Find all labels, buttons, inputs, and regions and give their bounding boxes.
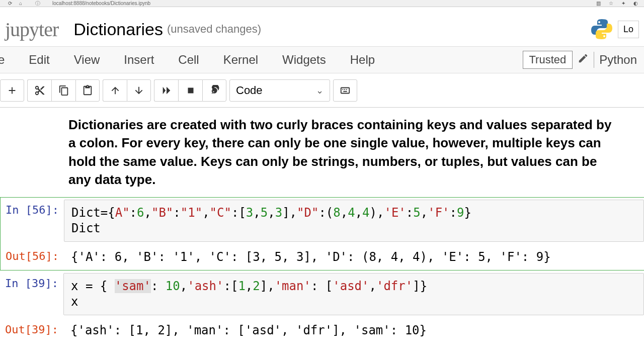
move-up-button[interactable] [103, 79, 127, 102]
refresh-icon[interactable]: ⟳ [8, 1, 12, 6]
code-input[interactable]: Dict={A":6,"B":"1","C":[3,5,3],"D":(8,4,… [64, 200, 644, 242]
menu-file-cut[interactable]: e [0, 53, 5, 67]
svg-rect-2 [343, 89, 344, 90]
in-prompt: In [39]: [0, 273, 63, 290]
favorites-icon[interactable]: ✦ [621, 1, 625, 6]
url-text[interactable]: localhost:8888/notebooks/Dictionaries.ip… [48, 1, 588, 6]
menubar: e Edit View Insert Cell Kernel Widgets H… [0, 46, 644, 73]
python-logo-icon [590, 17, 614, 41]
paste-button[interactable] [75, 79, 100, 102]
svg-rect-3 [344, 89, 345, 90]
menu-edit[interactable]: Edit [29, 53, 49, 67]
add-cell-button[interactable] [0, 79, 24, 102]
out-prompt: Out[39]: [0, 319, 63, 336]
menu-widgets[interactable]: Widgets [282, 53, 326, 67]
menu-kernel[interactable]: Kernel [223, 53, 258, 67]
in-prompt: In [56]: [1, 200, 64, 216]
reading-list-icon[interactable]: ▥ [596, 1, 601, 6]
code-output: {'A': 6, 'B': '1', 'C': [3, 5, 3], 'D': … [64, 246, 644, 268]
move-down-button[interactable] [127, 79, 151, 102]
kernel-name[interactable]: Python [599, 53, 637, 67]
chevron-down-icon: ⌄ [316, 85, 324, 96]
notebook-title[interactable]: Dictionaries [73, 20, 163, 39]
command-palette-button[interactable] [333, 79, 357, 102]
bookmark-star-icon[interactable]: ☆ [609, 1, 613, 6]
code-input[interactable]: x = { 'sam': 10,'ash':[1,2],'man': ['asd… [63, 273, 644, 315]
restart-button[interactable] [202, 79, 226, 102]
browser-address-bar: ⟳ ⌂ ⓘ localhost:8888/notebooks/Dictionar… [0, 0, 644, 7]
cut-button[interactable] [27, 79, 51, 102]
toolbar: Code ⌄ [0, 73, 644, 108]
vertical-divider [594, 52, 594, 68]
notebook-header: jupyter Dictionaries (unsaved changes) L… [0, 7, 644, 46]
home-icon[interactable]: ⌂ [19, 1, 22, 6]
notebook-container: Dictionaries are created with two curly … [0, 108, 644, 343]
menu-view[interactable]: View [74, 53, 100, 67]
code-cell-1[interactable]: In [56]: Dict={A":6,"B":"1","C":[3,5,3],… [0, 197, 644, 270]
cell-type-value: Code [236, 84, 263, 97]
save-status: (unsaved changes) [167, 23, 261, 36]
jupyter-logo[interactable]: jupyter [5, 18, 58, 41]
profile-icon[interactable]: ◐ [633, 1, 638, 6]
info-icon: ⓘ [35, 0, 40, 7]
out-prompt: Out[56]: [1, 246, 64, 262]
code-output: {'ash': [1, 2], 'man': ['asd', 'dfr'], '… [63, 319, 644, 341]
markdown-cell[interactable]: Dictionaries are created with two curly … [0, 111, 644, 197]
svg-rect-5 [343, 90, 347, 92]
menu-insert[interactable]: Insert [124, 53, 154, 67]
svg-rect-0 [188, 87, 193, 93]
menu-help[interactable]: Help [350, 53, 375, 67]
trusted-indicator[interactable]: Trusted [523, 51, 573, 69]
svg-rect-4 [346, 89, 347, 90]
login-button[interactable]: Lo [618, 21, 639, 38]
run-button[interactable] [154, 79, 178, 102]
stop-button[interactable] [178, 79, 202, 102]
menu-cell[interactable]: Cell [178, 53, 199, 67]
svg-rect-1 [341, 87, 350, 93]
edit-pencil-icon[interactable] [578, 53, 589, 67]
code-cell-2[interactable]: In [39]: x = { 'sam': 10,'ash':[1,2],'ma… [0, 270, 644, 343]
copy-button[interactable] [51, 79, 75, 102]
cell-type-select[interactable]: Code ⌄ [229, 79, 330, 102]
